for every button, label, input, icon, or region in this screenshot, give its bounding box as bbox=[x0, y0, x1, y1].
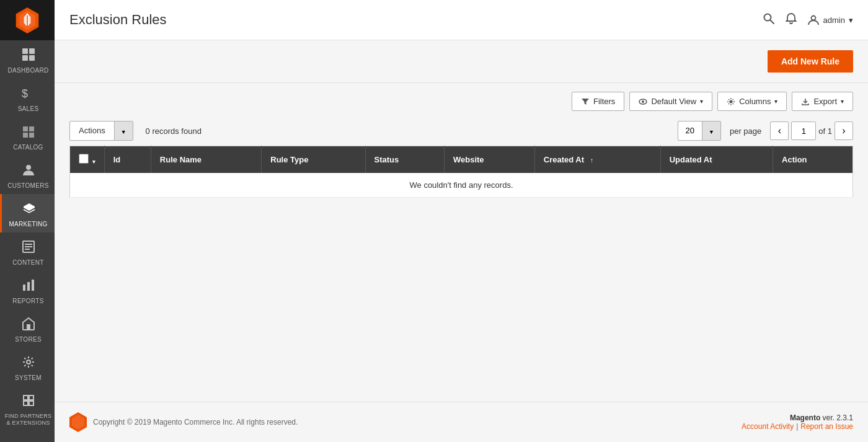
col-rule-type-label: Rule Type bbox=[270, 155, 308, 164]
admin-chevron-icon: ▾ bbox=[849, 15, 853, 25]
col-id-label: Id bbox=[113, 155, 121, 164]
col-rule-type[interactable]: Rule Type bbox=[262, 146, 365, 174]
col-action-label: Action bbox=[782, 155, 807, 164]
search-icon[interactable] bbox=[763, 12, 775, 28]
notifications-icon[interactable] bbox=[785, 12, 797, 28]
sidebar-item-catalog[interactable]: CATALOG bbox=[0, 117, 55, 156]
sidebar: DASHBOARD $ SALES CATALOG CUSTOMERS MARK… bbox=[0, 0, 55, 442]
sidebar-item-customers[interactable]: CUSTOMERS bbox=[0, 156, 55, 194]
stores-icon bbox=[22, 317, 35, 334]
col-updated-at-label: Updated At bbox=[670, 155, 712, 164]
pagination-nav: of 1 bbox=[770, 122, 853, 140]
admin-user-menu[interactable]: admin ▾ bbox=[807, 14, 853, 26]
svg-rect-8 bbox=[25, 246, 32, 247]
grid-toolbar: Filters Default View ▾ Columns ▾ Export … bbox=[55, 83, 868, 116]
add-new-rule-button[interactable]: Add New Rule bbox=[768, 50, 853, 73]
actions-select[interactable]: Actions bbox=[69, 121, 133, 141]
col-updated-at[interactable]: Updated At bbox=[660, 146, 773, 174]
export-button[interactable]: Export ▾ bbox=[792, 92, 853, 111]
filters-button[interactable]: Filters bbox=[572, 92, 624, 111]
customers-icon bbox=[22, 163, 35, 180]
sidebar-item-stores[interactable]: STORES bbox=[0, 309, 55, 348]
page-title: Exclusion Rules bbox=[69, 12, 167, 28]
footer-version-prefix: ver. bbox=[823, 413, 837, 422]
per-page-dropdown-arrow[interactable] bbox=[702, 121, 720, 141]
default-view-button[interactable]: Default View ▾ bbox=[629, 92, 712, 111]
data-grid-wrap: ▾ Id Rule Name Rule Type Status bbox=[55, 146, 868, 198]
select-all-column: ▾ bbox=[70, 146, 105, 174]
footer-left: Copyright © 2019 Magento Commerce Inc. A… bbox=[69, 412, 298, 432]
sidebar-item-partners[interactable]: FIND PARTNERS & EXTENSIONS bbox=[0, 386, 55, 431]
sidebar-item-reports-label: REPORTS bbox=[12, 298, 43, 304]
sidebar-item-dashboard-label: DASHBOARD bbox=[7, 67, 48, 74]
svg-rect-1 bbox=[29, 48, 35, 54]
footer-separator: | bbox=[796, 422, 798, 431]
export-chevron-icon: ▾ bbox=[841, 98, 844, 105]
col-status-label: Status bbox=[374, 155, 399, 164]
col-status[interactable]: Status bbox=[365, 146, 444, 174]
sidebar-logo bbox=[0, 0, 55, 40]
default-view-label: Default View bbox=[651, 97, 696, 106]
per-page-value: 20 bbox=[678, 121, 702, 141]
svg-rect-10 bbox=[23, 285, 25, 291]
svg-point-5 bbox=[26, 165, 31, 170]
previous-page-button[interactable] bbox=[770, 122, 789, 140]
footer-links: Account Activity | Report an Issue bbox=[742, 422, 853, 431]
columns-button[interactable]: Columns ▾ bbox=[717, 92, 787, 111]
table-header-row: ▾ Id Rule Name Rule Type Status bbox=[70, 146, 853, 174]
grid-actions-row: Actions 0 records found 20 per page bbox=[55, 116, 868, 146]
per-page-select[interactable]: 20 bbox=[678, 121, 721, 141]
system-icon bbox=[22, 355, 35, 372]
footer-magento-logo-icon bbox=[69, 412, 87, 432]
sidebar-item-catalog-label: CATALOG bbox=[13, 144, 43, 151]
reports-icon bbox=[22, 278, 35, 295]
col-id[interactable]: Id bbox=[104, 146, 151, 174]
col-action[interactable]: Action bbox=[773, 146, 853, 174]
col-website[interactable]: Website bbox=[444, 146, 534, 174]
top-header: Exclusion Rules admin ▾ bbox=[55, 0, 868, 40]
sidebar-item-system-label: SYSTEM bbox=[15, 374, 42, 381]
report-issue-link[interactable]: Report an Issue bbox=[800, 422, 853, 431]
col-rule-name[interactable]: Rule Name bbox=[151, 146, 261, 174]
sidebar-item-sales[interactable]: $ SALES bbox=[0, 79, 55, 117]
col-rule-name-label: Rule Name bbox=[160, 155, 202, 164]
actions-dropdown-arrow[interactable] bbox=[114, 121, 133, 141]
filters-button-label: Filters bbox=[593, 97, 615, 106]
col-created-at[interactable]: Created At ↑ bbox=[534, 146, 660, 174]
svg-rect-12 bbox=[32, 280, 34, 291]
sidebar-item-customers-label: CUSTOMERS bbox=[7, 182, 48, 189]
sidebar-item-dashboard[interactable]: DASHBOARD bbox=[0, 40, 55, 79]
sidebar-item-system[interactable]: SYSTEM bbox=[0, 348, 55, 386]
svg-point-19 bbox=[642, 100, 644, 103]
chevron-down-icon bbox=[121, 126, 126, 136]
footer-version: 2.3.1 bbox=[836, 413, 853, 422]
page-number-input[interactable] bbox=[791, 122, 816, 140]
sidebar-item-content-label: CONTENT bbox=[12, 259, 43, 266]
col-created-at-label: Created At bbox=[544, 155, 584, 164]
svg-point-20 bbox=[730, 100, 733, 103]
footer-copyright: Copyright © 2019 Magento Commerce Inc. A… bbox=[93, 418, 298, 427]
sidebar-item-content[interactable]: CONTENT bbox=[0, 232, 55, 271]
footer: Copyright © 2019 Magento Commerce Inc. A… bbox=[55, 402, 868, 442]
per-page-chevron-icon bbox=[709, 126, 714, 136]
next-page-button[interactable] bbox=[835, 122, 853, 140]
no-records-message: We couldn't find any records. bbox=[70, 173, 853, 198]
sidebar-item-marketing[interactable]: MARKETING bbox=[0, 194, 55, 232]
action-bar: Add New Rule bbox=[55, 40, 868, 83]
svg-rect-7 bbox=[25, 244, 32, 245]
header-checkbox-dropdown[interactable]: ▾ bbox=[92, 159, 95, 165]
footer-right: Magento ver. 2.3.1 Account Activity | Re… bbox=[742, 413, 853, 431]
pagination-wrap: 20 per page of 1 bbox=[678, 121, 853, 141]
footer-brand: Magento bbox=[790, 413, 820, 422]
svg-rect-3 bbox=[29, 55, 35, 61]
account-activity-link[interactable]: Account Activity bbox=[742, 422, 794, 431]
content-icon bbox=[22, 240, 35, 257]
svg-rect-2 bbox=[22, 55, 28, 61]
data-table: ▾ Id Rule Name Rule Type Status bbox=[69, 146, 853, 198]
svg-line-16 bbox=[770, 20, 774, 24]
select-all-checkbox[interactable] bbox=[79, 154, 89, 164]
sidebar-item-reports[interactable]: REPORTS bbox=[0, 271, 55, 309]
table-header: ▾ Id Rule Name Rule Type Status bbox=[70, 146, 853, 174]
chevron-right-icon bbox=[842, 125, 845, 136]
magento-logo-icon bbox=[14, 7, 40, 33]
